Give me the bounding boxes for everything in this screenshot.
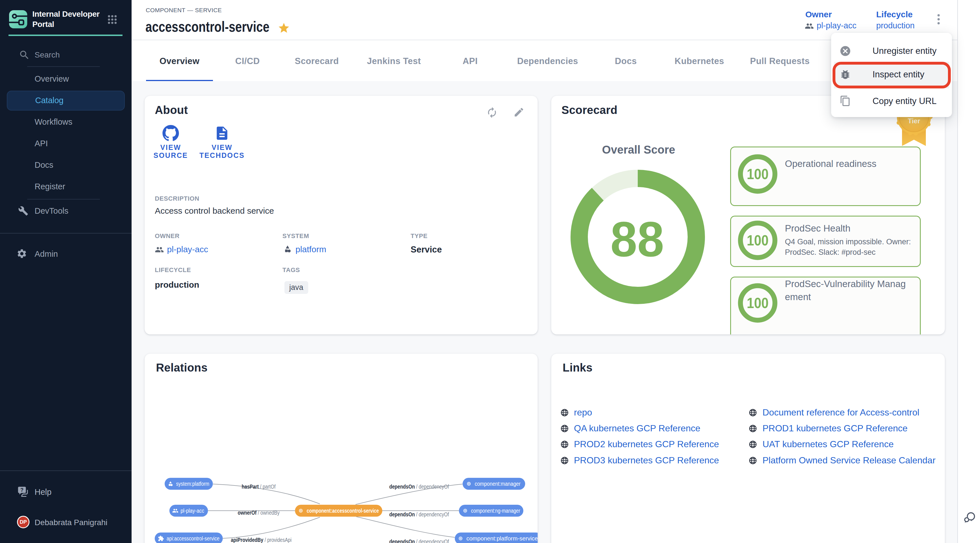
svg-text:88: 88	[611, 211, 664, 267]
svg-text:Tier: Tier	[908, 117, 920, 125]
svg-text:?: ?	[21, 487, 24, 493]
svg-text:component:platform-service: component:platform-service	[466, 535, 538, 541]
svg-text:100: 100	[747, 232, 768, 249]
svg-text:100: 100	[747, 295, 768, 311]
svg-text:system:platform: system:platform	[176, 481, 209, 487]
svg-text:component:accesscontrol-servic: component:accesscontrol-service	[307, 508, 379, 514]
svg-text:pl-play-acc: pl-play-acc	[181, 508, 204, 514]
svg-text:component:ng-manager: component:ng-manager	[471, 508, 520, 514]
svg-text:100: 100	[747, 166, 768, 182]
svg-text:api:accesscontrol-service: api:accesscontrol-service	[167, 535, 220, 541]
svg-text:component:manager: component:manager	[475, 481, 520, 487]
